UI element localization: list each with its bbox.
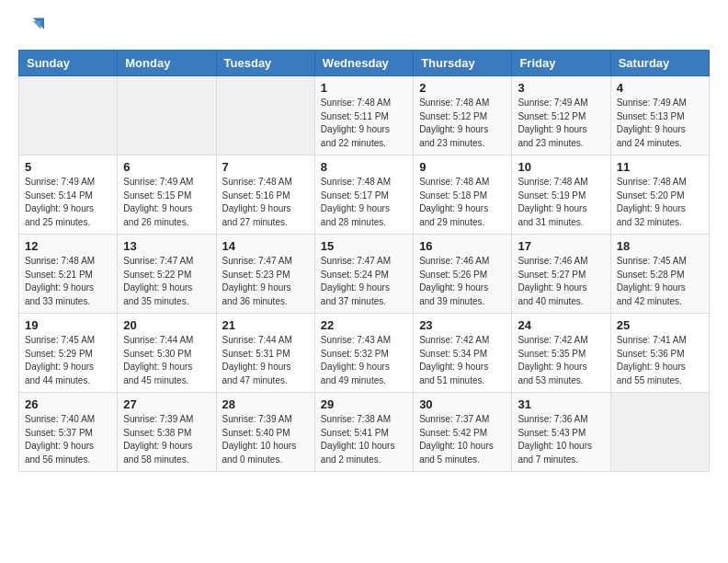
weekday-header-cell: Thursday [414, 51, 512, 76]
calendar-day-cell: 24Sunrise: 7:42 AM Sunset: 5:35 PM Dayli… [512, 314, 610, 393]
day-number: 14 [222, 239, 309, 253]
calendar-day-cell: 3Sunrise: 7:49 AM Sunset: 5:12 PM Daylig… [512, 76, 610, 155]
calendar-day-cell [118, 76, 216, 155]
calendar-day-cell: 31Sunrise: 7:36 AM Sunset: 5:43 PM Dayli… [512, 393, 610, 472]
weekday-header-cell: Wednesday [314, 51, 413, 76]
day-number: 26 [25, 397, 111, 411]
calendar-day-cell: 23Sunrise: 7:42 AM Sunset: 5:34 PM Dayli… [414, 314, 512, 393]
day-info: Sunrise: 7:43 AM Sunset: 5:32 PM Dayligh… [321, 334, 407, 387]
day-number: 4 [617, 81, 703, 95]
calendar-day-cell: 25Sunrise: 7:41 AM Sunset: 5:36 PM Dayli… [610, 314, 709, 393]
day-info: Sunrise: 7:49 AM Sunset: 5:13 PM Dayligh… [617, 97, 703, 150]
day-info: Sunrise: 7:45 AM Sunset: 5:29 PM Dayligh… [25, 334, 111, 387]
day-info: Sunrise: 7:37 AM Sunset: 5:42 PM Dayligh… [419, 413, 506, 466]
day-info: Sunrise: 7:45 AM Sunset: 5:28 PM Dayligh… [617, 255, 703, 308]
day-info: Sunrise: 7:39 AM Sunset: 5:40 PM Dayligh… [222, 413, 309, 466]
calendar-day-cell: 7Sunrise: 7:48 AM Sunset: 5:16 PM Daylig… [216, 155, 314, 235]
day-number: 28 [222, 397, 309, 411]
calendar-day-cell: 8Sunrise: 7:48 AM Sunset: 5:17 PM Daylig… [314, 155, 413, 235]
calendar-body: 1Sunrise: 7:48 AM Sunset: 5:11 PM Daylig… [19, 76, 710, 472]
weekday-header-cell: Tuesday [216, 51, 314, 76]
day-number: 19 [25, 318, 111, 332]
day-info: Sunrise: 7:36 AM Sunset: 5:43 PM Dayligh… [518, 413, 604, 466]
calendar-week-row: 26Sunrise: 7:40 AM Sunset: 5:37 PM Dayli… [19, 393, 710, 472]
day-number: 13 [123, 239, 210, 253]
calendar-day-cell: 14Sunrise: 7:47 AM Sunset: 5:23 PM Dayli… [216, 235, 314, 314]
day-info: Sunrise: 7:47 AM Sunset: 5:24 PM Dayligh… [321, 255, 407, 308]
day-number: 29 [321, 397, 407, 411]
calendar-week-row: 1Sunrise: 7:48 AM Sunset: 5:11 PM Daylig… [19, 76, 710, 155]
day-number: 17 [518, 239, 604, 253]
calendar-day-cell [19, 76, 118, 155]
calendar-day-cell [216, 76, 314, 155]
day-info: Sunrise: 7:48 AM Sunset: 5:17 PM Dayligh… [321, 176, 407, 229]
day-info: Sunrise: 7:44 AM Sunset: 5:31 PM Dayligh… [222, 334, 309, 387]
calendar-week-row: 5Sunrise: 7:49 AM Sunset: 5:14 PM Daylig… [19, 155, 710, 235]
day-info: Sunrise: 7:48 AM Sunset: 5:12 PM Dayligh… [419, 97, 506, 150]
calendar-day-cell: 19Sunrise: 7:45 AM Sunset: 5:29 PM Dayli… [19, 314, 118, 393]
day-number: 2 [419, 81, 506, 95]
weekday-header-row: SundayMondayTuesdayWednesdayThursdayFrid… [19, 51, 710, 76]
day-info: Sunrise: 7:49 AM Sunset: 5:14 PM Dayligh… [25, 176, 111, 229]
day-number: 9 [419, 160, 506, 174]
calendar-day-cell [610, 393, 709, 472]
day-number: 21 [222, 318, 309, 332]
calendar-day-cell: 15Sunrise: 7:47 AM Sunset: 5:24 PM Dayli… [314, 235, 413, 314]
day-info: Sunrise: 7:48 AM Sunset: 5:16 PM Dayligh… [222, 176, 309, 229]
calendar-day-cell: 20Sunrise: 7:44 AM Sunset: 5:30 PM Dayli… [118, 314, 216, 393]
calendar-day-cell: 1Sunrise: 7:48 AM Sunset: 5:11 PM Daylig… [314, 76, 413, 155]
day-number: 20 [123, 318, 210, 332]
header [18, 15, 710, 40]
day-info: Sunrise: 7:42 AM Sunset: 5:35 PM Dayligh… [518, 334, 604, 387]
day-info: Sunrise: 7:48 AM Sunset: 5:20 PM Dayligh… [617, 176, 703, 229]
calendar-day-cell: 17Sunrise: 7:46 AM Sunset: 5:27 PM Dayli… [512, 235, 610, 314]
calendar-day-cell: 18Sunrise: 7:45 AM Sunset: 5:28 PM Dayli… [610, 235, 709, 314]
day-number: 30 [419, 397, 506, 411]
calendar-day-cell: 26Sunrise: 7:40 AM Sunset: 5:37 PM Dayli… [19, 393, 118, 472]
day-number: 12 [25, 239, 111, 253]
day-number: 18 [617, 239, 703, 253]
day-info: Sunrise: 7:49 AM Sunset: 5:12 PM Dayligh… [518, 97, 604, 150]
logo-icon [18, 15, 44, 40]
calendar-day-cell: 30Sunrise: 7:37 AM Sunset: 5:42 PM Dayli… [414, 393, 512, 472]
calendar-week-row: 12Sunrise: 7:48 AM Sunset: 5:21 PM Dayli… [19, 235, 710, 314]
calendar-day-cell: 21Sunrise: 7:44 AM Sunset: 5:31 PM Dayli… [216, 314, 314, 393]
day-info: Sunrise: 7:48 AM Sunset: 5:18 PM Dayligh… [419, 176, 506, 229]
day-number: 10 [518, 160, 604, 174]
day-info: Sunrise: 7:47 AM Sunset: 5:23 PM Dayligh… [222, 255, 309, 308]
day-info: Sunrise: 7:44 AM Sunset: 5:30 PM Dayligh… [123, 334, 210, 387]
day-number: 11 [617, 160, 703, 174]
day-number: 24 [518, 318, 604, 332]
calendar-day-cell: 11Sunrise: 7:48 AM Sunset: 5:20 PM Dayli… [610, 155, 709, 235]
day-info: Sunrise: 7:38 AM Sunset: 5:41 PM Dayligh… [321, 413, 407, 466]
day-info: Sunrise: 7:41 AM Sunset: 5:36 PM Dayligh… [617, 334, 703, 387]
day-number: 3 [518, 81, 604, 95]
day-info: Sunrise: 7:46 AM Sunset: 5:26 PM Dayligh… [419, 255, 506, 308]
day-number: 31 [518, 397, 604, 411]
calendar-day-cell: 16Sunrise: 7:46 AM Sunset: 5:26 PM Dayli… [414, 235, 512, 314]
day-info: Sunrise: 7:49 AM Sunset: 5:15 PM Dayligh… [123, 176, 210, 229]
logo [18, 15, 48, 40]
calendar-day-cell: 4Sunrise: 7:49 AM Sunset: 5:13 PM Daylig… [610, 76, 709, 155]
day-number: 5 [25, 160, 111, 174]
day-info: Sunrise: 7:47 AM Sunset: 5:22 PM Dayligh… [123, 255, 210, 308]
day-number: 23 [419, 318, 506, 332]
day-info: Sunrise: 7:46 AM Sunset: 5:27 PM Dayligh… [518, 255, 604, 308]
calendar-day-cell: 29Sunrise: 7:38 AM Sunset: 5:41 PM Dayli… [314, 393, 413, 472]
calendar-day-cell: 9Sunrise: 7:48 AM Sunset: 5:18 PM Daylig… [414, 155, 512, 235]
calendar-day-cell: 5Sunrise: 7:49 AM Sunset: 5:14 PM Daylig… [19, 155, 118, 235]
day-info: Sunrise: 7:48 AM Sunset: 5:19 PM Dayligh… [518, 176, 604, 229]
calendar-week-row: 19Sunrise: 7:45 AM Sunset: 5:29 PM Dayli… [19, 314, 710, 393]
day-number: 6 [123, 160, 210, 174]
day-number: 22 [321, 318, 407, 332]
calendar-day-cell: 27Sunrise: 7:39 AM Sunset: 5:38 PM Dayli… [118, 393, 216, 472]
calendar-table: SundayMondayTuesdayWednesdayThursdayFrid… [18, 50, 710, 472]
day-info: Sunrise: 7:48 AM Sunset: 5:21 PM Dayligh… [25, 255, 111, 308]
day-info: Sunrise: 7:39 AM Sunset: 5:38 PM Dayligh… [123, 413, 210, 466]
day-number: 16 [419, 239, 506, 253]
calendar-day-cell: 10Sunrise: 7:48 AM Sunset: 5:19 PM Dayli… [512, 155, 610, 235]
weekday-header-cell: Saturday [610, 51, 709, 76]
calendar-day-cell: 28Sunrise: 7:39 AM Sunset: 5:40 PM Dayli… [216, 393, 314, 472]
day-info: Sunrise: 7:48 AM Sunset: 5:11 PM Dayligh… [321, 97, 407, 150]
day-number: 15 [321, 239, 407, 253]
